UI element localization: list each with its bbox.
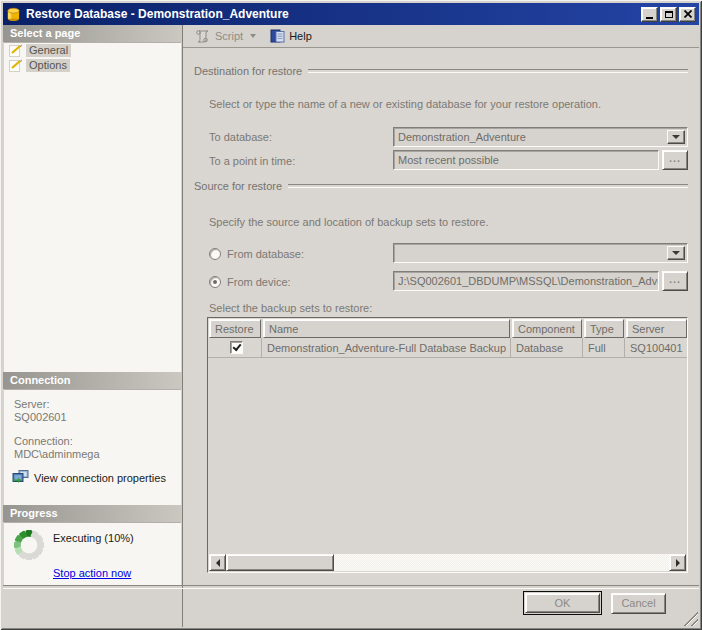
- footer-divider: [3, 585, 699, 589]
- from-database-radio[interactable]: [209, 248, 221, 260]
- from-database-dropdown-button[interactable]: [667, 246, 685, 260]
- view-connection-properties-label: View connection properties: [34, 472, 166, 484]
- sidebar-item-label: General: [26, 44, 71, 57]
- minimize-button[interactable]: [641, 7, 658, 22]
- from-database-combo[interactable]: [393, 243, 688, 263]
- script-button[interactable]: Script: [191, 27, 260, 45]
- sidebar-item-general[interactable]: General: [4, 43, 181, 58]
- page-script-icon: [9, 59, 23, 72]
- ok-button[interactable]: OK: [525, 593, 600, 613]
- source-group: Source for restore: [194, 180, 688, 192]
- from-device-radio[interactable]: [209, 276, 221, 288]
- column-header-name[interactable]: Name: [263, 319, 510, 338]
- from-device-browse-button[interactable]: ...: [662, 271, 688, 291]
- server-value: SQ002601: [14, 411, 181, 423]
- destination-description: Select or type the name of a new or exis…: [209, 98, 601, 110]
- to-point-field[interactable]: Most recent possible: [393, 150, 659, 170]
- progress-status: Executing (10%): [53, 532, 134, 544]
- table-row-server-cell[interactable]: SQ100401: [625, 338, 687, 358]
- titlebar: Restore Database - Demonstration_Adventu…: [3, 3, 699, 25]
- horizontal-scrollbar[interactable]: [209, 554, 686, 571]
- source-caption: Source for restore: [194, 180, 282, 192]
- from-device-label: From device:: [227, 276, 291, 288]
- connection-header: Connection: [3, 372, 182, 389]
- scroll-right-icon: [676, 559, 680, 567]
- group-divider: [288, 184, 688, 188]
- database-icon: [6, 7, 21, 22]
- restore-checkbox[interactable]: [230, 341, 243, 354]
- help-label: Help: [289, 30, 312, 42]
- connection-properties-icon: [12, 470, 29, 485]
- script-dropdown-icon: [250, 34, 256, 38]
- close-icon: [684, 10, 692, 18]
- scroll-left-icon: [216, 559, 220, 567]
- to-database-dropdown-button[interactable]: [667, 130, 685, 144]
- scroll-left-button[interactable]: [209, 554, 226, 571]
- server-label: Server:: [14, 398, 181, 410]
- backup-sets-grid: Restore Name Component Type Server Demon…: [207, 317, 688, 573]
- connection-value: MDC\adminmega: [14, 448, 181, 460]
- column-header-restore[interactable]: Restore: [209, 319, 261, 338]
- progress-header: Progress: [3, 505, 182, 522]
- view-connection-properties[interactable]: View connection properties: [12, 470, 181, 485]
- select-a-page-header: Select a page: [3, 25, 182, 42]
- from-device-field[interactable]: J:\SQ002601_DBDUMP\MSSQL\Demonstration_A…: [393, 271, 659, 291]
- table-row-restore-cell[interactable]: [208, 338, 262, 358]
- connection-box: Server: SQ002601 Connection: MDC\adminme…: [4, 389, 181, 506]
- help-button[interactable]: Help: [266, 27, 316, 45]
- connection-label: Connection:: [14, 435, 181, 447]
- help-icon: [270, 29, 285, 43]
- scrollbar-thumb[interactable]: [226, 554, 334, 571]
- ok-button-ring: OK: [523, 591, 602, 615]
- maximize-button[interactable]: [660, 7, 677, 22]
- browse-label: ...: [669, 273, 681, 285]
- destination-group: Destination for restore: [194, 65, 688, 77]
- column-header-server[interactable]: Server: [626, 319, 687, 338]
- to-database-combo[interactable]: Demonstration_Adventure: [393, 127, 688, 147]
- script-icon: [195, 29, 211, 43]
- group-divider: [308, 69, 688, 73]
- close-button[interactable]: [679, 7, 696, 22]
- table-row-type-cell[interactable]: Full: [583, 338, 625, 358]
- table-row-name-cell[interactable]: Demonstration_Adventure-Full Database Ba…: [262, 338, 511, 358]
- to-database-label: To database:: [209, 131, 272, 143]
- column-header-component[interactable]: Component: [512, 319, 582, 338]
- maximize-icon: [665, 11, 673, 18]
- left-panel: Select a page General Options Connection…: [3, 25, 183, 627]
- sidebar-item-options[interactable]: Options: [4, 58, 181, 73]
- cancel-button[interactable]: Cancel: [611, 593, 666, 614]
- to-point-label: To a point in time:: [209, 155, 295, 167]
- backup-sets-label: Select the backup sets to restore:: [209, 302, 372, 314]
- column-header-type[interactable]: Type: [584, 319, 624, 338]
- toolbar: Script Help: [183, 25, 699, 48]
- destination-caption: Destination for restore: [194, 65, 302, 77]
- sidebar-item-label: Options: [26, 59, 70, 72]
- scroll-right-button[interactable]: [669, 554, 686, 571]
- chevron-down-icon: [672, 135, 680, 139]
- source-description: Specify the source and location of backu…: [209, 216, 488, 228]
- page-script-icon: [9, 44, 23, 57]
- browse-label: ...: [669, 152, 681, 164]
- script-label: Script: [215, 30, 243, 42]
- to-point-value: Most recent possible: [398, 154, 499, 166]
- window-title: Restore Database - Demonstration_Adventu…: [26, 7, 639, 21]
- table-row-component-cell[interactable]: Database: [511, 338, 583, 358]
- to-database-value: Demonstration_Adventure: [398, 131, 526, 143]
- chevron-down-icon: [672, 251, 680, 255]
- progress-spinner-icon: [12, 528, 46, 562]
- page-list: General Options: [4, 42, 181, 373]
- point-in-time-browse-button[interactable]: ...: [662, 150, 688, 170]
- stop-action-link[interactable]: Stop action now: [53, 567, 131, 579]
- progress-box: Executing (10%) Stop action now: [4, 522, 181, 586]
- from-device-value: J:\SQ002601_DBDUMP\MSSQL\Demonstration_A…: [398, 275, 659, 287]
- from-database-label: From database:: [227, 248, 304, 260]
- minimize-icon: [646, 17, 653, 19]
